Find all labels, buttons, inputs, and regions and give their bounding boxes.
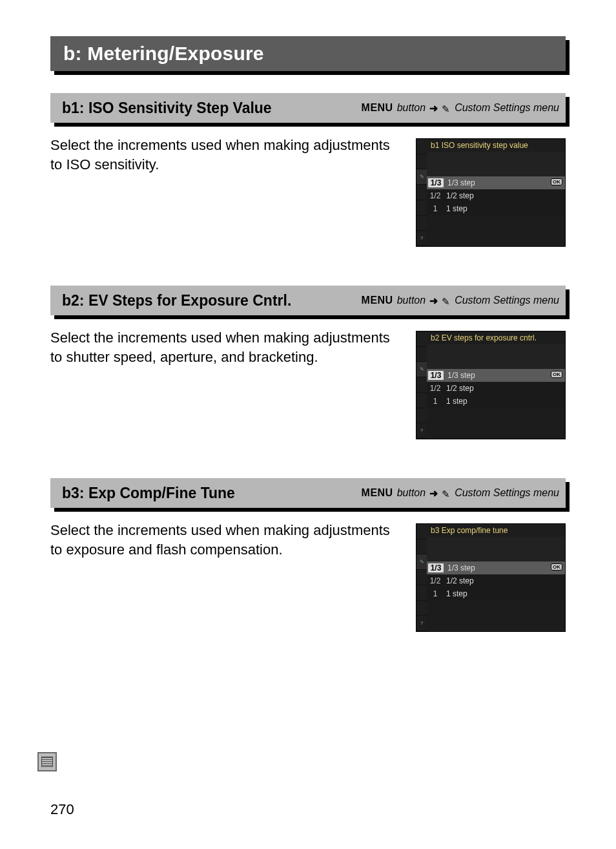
button-word: button [397,295,426,306]
pencil-icon [442,296,451,305]
menu-button-label: MENU [362,295,393,306]
section-title: b: Metering/Exposure [63,43,264,65]
menu-button-label: MENU [362,102,393,114]
description-b1: Select the increments used when making a… [50,134,398,174]
lcd-option: 1/21/2 step [427,189,565,202]
lcd-screenshot-b2: ✎? b2 EV steps for exposure cntrl. 1/31/… [416,331,566,439]
lcd-option: 1/31/3 step [427,561,565,574]
description-b2: Select the increments used when making a… [50,327,398,366]
arrow-icon: ➜ [429,295,438,307]
lcd-option: 11 step [427,395,565,408]
page-number: 270 [50,801,74,818]
breadcrumb: MENU button ➜ Custom Settings menu [362,487,559,499]
sub-header-b1: b1: ISO Sensitivity Step Value MENU butt… [50,93,566,123]
breadcrumb-target: Custom Settings menu [455,102,559,114]
pencil-icon [442,103,451,112]
lcd-title: b2 EV steps for exposure cntrl. [427,331,565,344]
lcd-option: 11 step [427,587,565,600]
lcd-screenshot-b3: ✎? b3 Exp comp/fine tune 1/31/3 step 1/2… [416,523,566,632]
breadcrumb: MENU button ➜ Custom Settings menu [362,102,559,114]
lcd-title: b1 ISO sensitivity step value [427,139,565,152]
button-word: button [397,487,426,499]
breadcrumb: MENU button ➜ Custom Settings menu [362,295,559,307]
lcd-screenshot-b1: ✎? b1 ISO sensitivity step value 1/31/3 … [416,138,566,247]
lcd-option: 1/21/2 step [427,382,565,395]
sub-header-b3: b3: Exp Comp/Fine Tune MENU button ➜ Cus… [50,478,566,508]
breadcrumb-target: Custom Settings menu [455,487,559,499]
description-b3: Select the increments used when making a… [50,519,398,559]
pencil-icon [442,488,451,498]
menu-button-label: MENU [362,487,393,499]
arrow-icon: ➜ [429,487,438,499]
lcd-option: 1/31/3 step [427,176,565,189]
breadcrumb-target: Custom Settings menu [455,295,559,306]
sub-header-b2: b2: EV Steps for Exposure Cntrl. MENU bu… [50,286,566,315]
lcd-option: 1/31/3 step [427,369,565,382]
section-header: b: Metering/Exposure [50,36,566,71]
sub-title-b3: b3: Exp Comp/Fine Tune [62,485,235,502]
button-word: button [397,102,426,114]
lcd-option: 1/21/2 step [427,574,565,587]
lcd-option: 11 step [427,202,565,215]
lcd-title: b3 Exp comp/fine tune [427,524,565,537]
sub-title-b2: b2: EV Steps for Exposure Cntrl. [62,292,291,309]
footer-menu-icon [37,752,57,771]
sub-title-b1: b1: ISO Sensitivity Step Value [62,100,272,117]
arrow-icon: ➜ [429,102,438,114]
